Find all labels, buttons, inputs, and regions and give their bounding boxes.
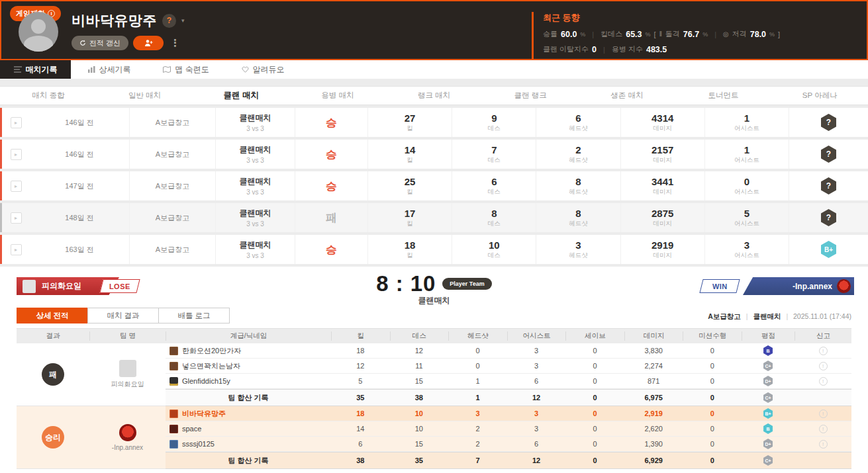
report-icon[interactable]: ! — [819, 409, 828, 418]
kd-label: 킬데스 — [601, 29, 622, 39]
match-map: A보급창고 — [129, 235, 215, 264]
cat-clan-rank[interactable]: 클랜 랭크 — [482, 91, 579, 101]
match-row[interactable]: ▸ 146일 전 A보급창고 클랜매치 3 vs 3 승 27킬 9데스 6헤드… — [0, 108, 868, 137]
player-row: ssssj0125 6 15 2 6 0 1,390 0 D+ ! — [166, 437, 851, 452]
stat-label: 어시스트 — [734, 188, 759, 196]
player-row: 한화오션20만가자 18 12 0 3 0 3,830 0 B ! — [166, 343, 851, 359]
trend-line-1: 승률 60.0 % | 킬데스 65.3 % [ ‖ 돌격 76.7 % | ◎… — [543, 29, 849, 39]
cat-sp-arena[interactable]: SP 아레나 — [771, 91, 868, 101]
tab-detail-stats[interactable]: 상세 전적 — [17, 308, 88, 323]
tab-match-result[interactable]: 매치 결과 — [87, 308, 159, 323]
person-add-icon — [144, 39, 153, 47]
player-nickname[interactable]: 한화오션20만가자 — [182, 346, 241, 356]
match-detail-panel: 피의화요일 LOSE 8 : 10 Player Team 클랜매치 WIN -… — [0, 267, 868, 473]
team-total-row: 팀 합산 기록 38 35 7 12 0 6,929 0 C+ — [166, 452, 851, 469]
report-icon[interactable]: ! — [819, 425, 828, 433]
more-menu-icon[interactable]: ⋮ — [170, 37, 180, 49]
match-row[interactable]: ▸ 146일 전 A보급창고 클랜매치 3 vs 3 승 14킬 7데스 2헤드… — [0, 140, 868, 169]
stat-label: 어시스트 — [734, 124, 759, 133]
heart-icon — [242, 66, 249, 73]
stat-value: 5 — [744, 208, 749, 219]
match-row-selected[interactable]: ▸ 163일 전 A보급창고 클랜매치 3 vs 3 승 18킬 10데스 3헤… — [0, 235, 868, 264]
team-result-badge: 승리 — [42, 426, 64, 449]
divider-strip — [0, 79, 868, 86]
cat-tournament[interactable]: 토너먼트 — [675, 91, 772, 101]
sniper-scope-icon: ◎ — [723, 30, 729, 38]
score-left: 8 — [376, 273, 389, 294]
cat-survival-match[interactable]: 생존 매치 — [579, 91, 675, 101]
match-type: 클랜매치 — [240, 176, 271, 187]
match-row[interactable]: ▸ 148일 전 A보급창고 클랜매치 3 vs 3 패 17킬 8데스 8헤드… — [0, 203, 868, 232]
stat-label: 데스 — [488, 251, 501, 260]
report-icon[interactable]: ! — [819, 347, 828, 355]
add-friend-button[interactable] — [133, 36, 164, 50]
cat-match-total[interactable]: 매치 종합 — [0, 91, 97, 101]
player-nickname[interactable]: 비바닥유망주 — [182, 409, 226, 419]
merc-label: 용병 지수 — [612, 44, 643, 54]
profile-header: 게임제한 i 비바닥유망주 ? ▾ 전적 갱신 ⋮ 최근 동향 — [0, 0, 868, 60]
match-map: A보급창고 — [129, 203, 215, 232]
stat-value: 7 — [491, 144, 497, 155]
meta-datetime: 2025.11.01 (17:44) — [793, 312, 851, 320]
recent-trend-title: 최근 동향 — [543, 12, 849, 24]
match-date: 147일 전 — [30, 171, 129, 200]
expand-row-icon[interactable]: ▸ — [11, 244, 22, 255]
tab-detail-record[interactable]: 상세기록 — [71, 60, 148, 79]
stat-value: 17 — [405, 208, 416, 219]
assault-rifle-icon: ‖ — [659, 30, 662, 38]
expand-row-icon[interactable]: ▸ — [11, 212, 22, 224]
refresh-record-button[interactable]: 전적 갱신 — [72, 36, 128, 50]
bar-chart-icon — [88, 66, 95, 73]
stat-value: 9 — [491, 112, 497, 124]
player-nickname[interactable]: space — [182, 425, 201, 433]
losing-team-logo — [23, 280, 36, 293]
team-name: -Inp.annex — [112, 444, 143, 451]
player-nickname[interactable]: Glenfiddich15y — [182, 377, 230, 385]
match-row[interactable]: ▸ 147일 전 A보급창고 클랜매치 3 vs 3 승 25킬 6데스 8헤드… — [0, 171, 868, 200]
stat-value: 2 — [575, 144, 581, 155]
merc-value: 483.5 — [646, 45, 667, 54]
cat-merc-match[interactable]: 용병 매치 — [289, 91, 386, 101]
stat-label: 어시스트 — [734, 251, 759, 260]
tab-match-record[interactable]: 매치기록 — [0, 60, 71, 79]
expand-row-icon[interactable]: ▸ — [11, 117, 22, 128]
match-result: 승 — [295, 140, 367, 169]
grade-badge: ? — [821, 114, 836, 131]
separator: | — [592, 30, 594, 38]
expand-row-icon[interactable]: ▸ — [11, 149, 22, 160]
rank-icon — [169, 347, 178, 355]
stat-value: 8 — [575, 208, 581, 219]
player-nickname[interactable]: ssssj0125 — [182, 440, 215, 448]
match-vs: 3 vs 3 — [246, 252, 264, 259]
separator: | — [786, 312, 788, 320]
report-icon[interactable]: ! — [819, 440, 828, 449]
stat-value: 1 — [744, 112, 749, 124]
page: 게임제한 i 비바닥유망주 ? ▾ 전적 갱신 ⋮ 최근 동향 — [0, 0, 868, 473]
stat-label: 데미지 — [653, 156, 672, 165]
stat-label: 킬 — [407, 124, 413, 133]
tab-duo[interactable]: 알려듀오 — [224, 60, 301, 79]
meta-type: 클랜매치 — [753, 312, 781, 320]
player-nickname[interactable]: 넣으면꽉치는남자 — [182, 361, 240, 371]
score-separator: : — [396, 273, 404, 294]
tab-battle-log[interactable]: 배틀 로그 — [158, 308, 230, 323]
match-date: 146일 전 — [30, 108, 129, 137]
grade-badge: B+ — [763, 408, 773, 419]
cat-normal-match[interactable]: 일반 매치 — [97, 91, 193, 101]
stat-value: 0 — [744, 176, 749, 187]
grade-badge: C+ — [763, 455, 773, 466]
stat-label: 헤드샷 — [569, 156, 588, 165]
tier-question-badge[interactable]: ? — [162, 14, 176, 28]
stat-label: 어시스트 — [734, 220, 759, 228]
cat-rank-match[interactable]: 랭크 매치 — [386, 91, 483, 101]
match-date: 148일 전 — [30, 203, 129, 232]
report-icon[interactable]: ! — [819, 362, 828, 370]
grade-badge: B+ — [821, 241, 836, 258]
expand-row-icon[interactable]: ▸ — [11, 181, 22, 192]
win-tag: WIN — [699, 279, 740, 293]
chevron-down-icon[interactable]: ▾ — [181, 17, 185, 24]
tab-map-mastery[interactable]: 맵 숙련도 — [148, 60, 224, 79]
grade-badge: B — [763, 345, 773, 356]
report-icon[interactable]: ! — [819, 377, 828, 386]
cat-clan-match[interactable]: 클랜 매치 — [193, 90, 289, 101]
